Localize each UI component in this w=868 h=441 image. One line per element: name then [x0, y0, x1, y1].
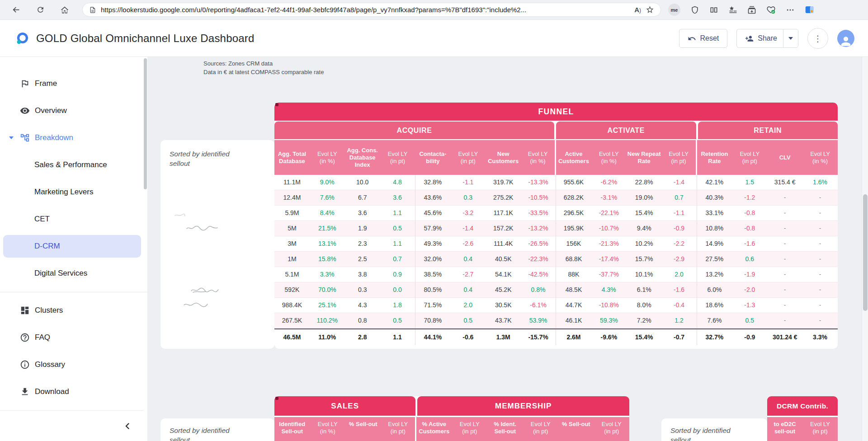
- collapse-sidebar-icon[interactable]: [121, 420, 134, 432]
- page-info-icon[interactable]: [89, 6, 96, 14]
- split-screen-icon[interactable]: [709, 5, 718, 14]
- funnel-cell: -13.3%: [521, 175, 556, 190]
- sorted-note: Sorted by identified sellout: [160, 418, 274, 441]
- funnel-cell: -10.7%: [591, 221, 627, 236]
- funnel-cell: 0.4: [450, 282, 486, 298]
- funnel-cell: 1.5: [732, 175, 767, 190]
- sidebar-item-download[interactable]: Download: [0, 378, 147, 405]
- refresh-icon[interactable]: [33, 2, 48, 18]
- funnel-cell: -1.4: [450, 221, 486, 236]
- help-icon: [20, 332, 31, 343]
- share-dropdown-caret[interactable]: [783, 29, 798, 48]
- funnel-cell: -2.7: [450, 267, 486, 282]
- url-text[interactable]: https://lookerstudio.google.com/u/0/repo…: [101, 6, 630, 14]
- browser-menu-icon[interactable]: [786, 5, 795, 14]
- funnel-cell: 0.3: [450, 190, 486, 206]
- redacted-row-label-scribble: [186, 225, 218, 234]
- funnel-cell: 3.6: [380, 190, 415, 206]
- funnel-cell: -3.1%: [591, 190, 627, 206]
- funnel-cell: 0.5: [380, 313, 415, 328]
- funnel-cell: 48.5K: [556, 282, 591, 298]
- sidebar-item-breakdown[interactable]: Breakdown: [0, 124, 147, 151]
- column-header: Agg. TotalDatabase: [274, 140, 310, 175]
- funnel-cell: -0.7: [662, 329, 697, 345]
- funnel-cell: 14.9%: [697, 236, 732, 252]
- sidebar-item-marketing-levers[interactable]: Marketing Levers: [0, 178, 147, 206]
- sidebar-item-frame[interactable]: Frame: [0, 70, 147, 97]
- user-avatar[interactable]: [837, 30, 854, 47]
- funnel-cell: -: [802, 221, 838, 236]
- sidebar-item-overview[interactable]: Overview: [0, 97, 147, 124]
- column-header: Evol LY(in %): [310, 417, 346, 441]
- back-icon[interactable]: [8, 2, 24, 18]
- column-header: Evol LY(in pt): [381, 417, 417, 441]
- funnel-cell: -: [802, 313, 838, 328]
- sidebar-item-clusters[interactable]: Clusters: [0, 297, 147, 324]
- sidebar-item-faq[interactable]: FAQ: [0, 324, 147, 351]
- sidebar-scrollbar[interactable]: [144, 57, 147, 441]
- sidebar-item-label: FAQ: [35, 333, 50, 342]
- page-scrollbar-thumb[interactable]: [863, 194, 868, 311]
- funnel-row-labels-panel: Sorted by identified sellout: [160, 140, 274, 349]
- funnel-cell: -33.5%: [521, 206, 556, 221]
- reset-button[interactable]: Reset: [679, 29, 728, 48]
- sorted-note: Sorted by identified sellout: [661, 418, 767, 441]
- funnel-cell: 111.4K: [486, 236, 521, 252]
- column-header: Evol LY(in pt): [732, 140, 767, 175]
- favorite-star-icon[interactable]: [646, 5, 654, 14]
- column-header: Evol LY(in pt): [594, 417, 630, 441]
- funnel-table-row: 5M21.5%1.90.557.9%-1.4157.2K-13.2%195.9K…: [274, 221, 838, 236]
- undo-icon: [688, 34, 696, 43]
- redacted-row-label-scribble: [190, 286, 219, 296]
- collections-icon[interactable]: [747, 5, 756, 14]
- funnel-cell: 44.7K: [556, 298, 591, 313]
- funnel-cell: -: [767, 298, 802, 313]
- sidebar-item-cet[interactable]: CET: [0, 206, 147, 233]
- favorites-list-icon[interactable]: [728, 5, 737, 14]
- page-scrollbar[interactable]: [862, 57, 868, 441]
- sidebar-item-digital-services[interactable]: Digital Services: [0, 260, 147, 287]
- funnel-cell: -15.7%: [521, 329, 556, 345]
- sidebar-item-glossary[interactable]: Glossary: [0, 351, 147, 378]
- home-icon[interactable]: [57, 2, 72, 18]
- column-header: Evol LY(in %): [521, 140, 556, 175]
- sorted-note: Sorted by identified sellout: [160, 140, 274, 168]
- profile-badge[interactable]: me: [668, 4, 680, 16]
- share-button[interactable]: Share: [736, 29, 798, 48]
- sidebar-item-label: CET: [34, 215, 50, 224]
- funnel-cell: 54.1K: [486, 267, 521, 282]
- more-options-button[interactable]: ⋮: [807, 28, 828, 49]
- funnel-cell: 40.3%: [697, 190, 732, 206]
- column-header: New RepeatRate: [627, 140, 662, 175]
- sidebar-divider: [0, 287, 147, 297]
- funnel-cell: -1.2: [732, 190, 767, 206]
- bottom-row-labels-panel: Sorted by identified sellout: [160, 418, 274, 441]
- funnel-cell: 57.9%: [415, 221, 451, 236]
- dcrm-column-headers: to eD2Csell-outEvol LY(in pt): [767, 417, 838, 441]
- read-aloud-icon[interactable]: A): [634, 6, 641, 14]
- funnel-total-row: 46.5M11.0%2.81.144.1%-0.61.3M-15.7%2.6M-…: [274, 328, 838, 345]
- funnel-cell: 628.2K: [556, 190, 591, 206]
- funnel-cell: 296.5K: [556, 206, 591, 221]
- sidebar-item-d-crm[interactable]: D-CRM: [3, 235, 141, 258]
- sidebar-item-sales-performance[interactable]: Sales & Performance: [0, 151, 147, 178]
- download-icon: [20, 386, 31, 397]
- funnel-cell: 11.1M: [274, 175, 310, 190]
- funnel-cell: -0.9: [662, 221, 697, 236]
- funnel-cell: 32.8%: [415, 175, 451, 190]
- sidebar-scrollbar-thumb[interactable]: [144, 58, 147, 189]
- funnel-cell: 32.7%: [697, 329, 732, 345]
- tree-icon: [20, 132, 31, 143]
- chevron-down-icon[interactable]: [9, 136, 14, 139]
- address-bar[interactable]: https://lookerstudio.google.com/u/0/repo…: [82, 3, 661, 17]
- funnel-cell: 19.0%: [627, 190, 662, 206]
- sidebar-toggle-icon[interactable]: [805, 5, 814, 14]
- sidebar-item-label: Digital Services: [34, 269, 87, 278]
- page-title: GOLD Global Omnichannel Luxe Dashboard: [36, 32, 255, 45]
- funnel-cell: -2.9: [662, 252, 697, 267]
- funnel-cell: -: [767, 267, 802, 282]
- browser-essentials-icon[interactable]: [766, 5, 776, 14]
- shield-icon[interactable]: [690, 5, 699, 14]
- data-sources-note: Sources: Zones CRM data Data in € at lat…: [203, 59, 324, 76]
- funnel-cell: 592K: [274, 282, 310, 298]
